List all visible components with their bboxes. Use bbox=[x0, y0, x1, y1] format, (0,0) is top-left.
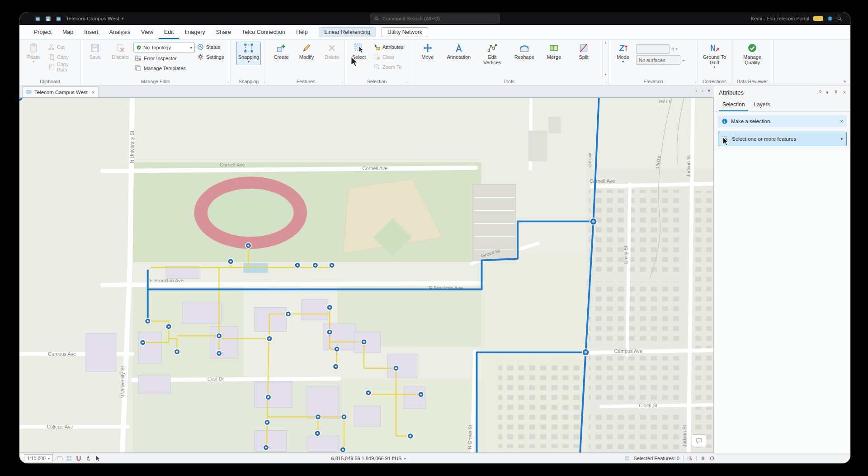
grid-toggle-icon[interactable] bbox=[66, 455, 72, 462]
device-marker[interactable] bbox=[295, 262, 301, 268]
select-button[interactable]: Select bbox=[347, 42, 371, 61]
north-arrow-icon[interactable] bbox=[85, 455, 91, 462]
pane-menu-caret-icon[interactable]: ▾ bbox=[826, 90, 829, 95]
clear-button[interactable]: Clear bbox=[372, 52, 405, 61]
refresh-map-icon[interactable] bbox=[709, 456, 715, 461]
junction-marker[interactable] bbox=[582, 349, 590, 356]
merge-button[interactable]: Merge bbox=[542, 42, 566, 61]
device-marker[interactable] bbox=[329, 262, 335, 268]
feature-table-icon[interactable] bbox=[687, 456, 693, 461]
device-marker[interactable] bbox=[418, 391, 424, 397]
menu-tab-project[interactable]: Project bbox=[28, 26, 57, 39]
select-features-dropdown[interactable]: Select one or more features ▾ bbox=[718, 132, 847, 146]
modify-button[interactable]: Modify bbox=[294, 42, 319, 61]
device-marker[interactable] bbox=[340, 447, 346, 452]
contextual-tab-utility-network[interactable]: Utility Network bbox=[382, 27, 428, 37]
menu-tab-telco-connection[interactable]: Telco Connection bbox=[236, 26, 291, 39]
attributes-tab-selection[interactable]: Selection bbox=[719, 99, 748, 111]
paste-button[interactable]: Paste ▾ bbox=[21, 42, 46, 65]
menu-tab-analysis[interactable]: Analysis bbox=[104, 26, 136, 39]
device-marker[interactable] bbox=[216, 333, 222, 339]
device-marker[interactable] bbox=[263, 445, 269, 451]
move-button[interactable]: Move bbox=[415, 42, 440, 61]
snapping-dialog-launcher[interactable]: ⌟ bbox=[264, 80, 265, 84]
menu-tab-imagery[interactable]: Imagery bbox=[179, 26, 210, 39]
ground-to-grid-button[interactable]: Ground To Grid ▾ bbox=[700, 42, 729, 71]
device-marker[interactable] bbox=[315, 430, 321, 436]
device-marker[interactable] bbox=[266, 336, 272, 342]
device-marker[interactable] bbox=[361, 339, 367, 345]
edit-vertices-button[interactable]: Edit Vertices bbox=[478, 42, 507, 67]
device-marker[interactable] bbox=[407, 433, 413, 439]
account-label[interactable]: Kemi - Esri Telecom Portal bbox=[751, 16, 809, 21]
elevation-add-surface-icon[interactable]: + bbox=[682, 57, 685, 63]
map-scale-combo[interactable]: 1:10,000 ▾ bbox=[24, 454, 53, 462]
info-close-icon[interactable]: × bbox=[840, 119, 843, 124]
tab-scroll-right-icon[interactable]: › bbox=[702, 88, 703, 94]
save-edits-button[interactable]: Save bbox=[83, 42, 107, 61]
attributes-button[interactable]: Attributes bbox=[372, 43, 405, 51]
topology-combo[interactable]: No Topology ▾ bbox=[133, 43, 195, 52]
elevation-value-input[interactable] bbox=[636, 44, 670, 54]
map-view[interactable]: Cornell Ave Cornell Ave Cornell Ave E Br… bbox=[19, 97, 714, 453]
map-comment-button[interactable] bbox=[692, 434, 706, 447]
tab-scroll-left-icon[interactable]: ‹ bbox=[695, 88, 697, 94]
menu-tab-insert[interactable]: Insert bbox=[79, 26, 104, 39]
error-inspector-button[interactable]: Error Inspector bbox=[133, 54, 195, 62]
delete-button[interactable]: Delete bbox=[320, 42, 344, 61]
menu-tab-view[interactable]: View bbox=[136, 26, 159, 39]
device-marker[interactable] bbox=[312, 262, 318, 268]
pause-drawing-icon[interactable] bbox=[700, 456, 706, 461]
device-marker[interactable] bbox=[315, 414, 321, 420]
device-marker[interactable] bbox=[216, 351, 222, 357]
manage-quality-button[interactable]: Manage Quality bbox=[738, 42, 767, 67]
collapse-ribbon-icon[interactable]: ▴ bbox=[844, 79, 846, 83]
contextual-tab-linear-referencing[interactable]: Linear Referencing bbox=[319, 27, 376, 37]
edit-settings-button[interactable]: Settings bbox=[196, 52, 228, 61]
help-icon[interactable] bbox=[837, 16, 842, 21]
copy-path-button[interactable]: Copy Path bbox=[47, 62, 79, 71]
pane-close-icon[interactable]: × bbox=[843, 90, 846, 95]
snapping-toggle-icon[interactable] bbox=[75, 455, 82, 462]
junction-marker[interactable] bbox=[590, 218, 597, 225]
pane-pin-icon[interactable] bbox=[833, 90, 839, 95]
tab-list-caret-icon[interactable]: ▾ bbox=[708, 88, 710, 94]
split-button[interactable]: Split bbox=[571, 42, 596, 61]
elevation-mode-button[interactable]: Mode ▾ bbox=[611, 42, 635, 65]
manage-templates-button[interactable]: Manage Templates bbox=[133, 64, 195, 72]
device-marker[interactable] bbox=[145, 318, 151, 324]
tools-scroll-up-icon[interactable]: ▴ bbox=[605, 41, 607, 44]
device-marker[interactable] bbox=[327, 305, 333, 310]
command-search-input[interactable] bbox=[382, 15, 496, 22]
coordinate-readout[interactable]: 6,815,849.56 1,849,066.91 ftUS ▾ bbox=[296, 456, 441, 461]
device-marker[interactable] bbox=[264, 419, 270, 425]
device-marker[interactable] bbox=[285, 311, 291, 317]
elevation-surface-input[interactable] bbox=[636, 55, 680, 65]
device-marker[interactable] bbox=[265, 395, 271, 400]
tools-dialog-launcher[interactable]: ⌟ bbox=[605, 80, 607, 84]
copy-button[interactable]: Copy bbox=[47, 52, 79, 61]
device-marker[interactable] bbox=[393, 365, 399, 371]
device-marker[interactable] bbox=[228, 258, 234, 264]
reshape-button[interactable]: Reshape bbox=[512, 42, 537, 61]
map-view-tab[interactable]: Telecom Campus West × bbox=[22, 86, 99, 97]
cut-button[interactable]: Cut bbox=[47, 43, 79, 51]
zoom-to-button[interactable]: Zoom To bbox=[372, 62, 405, 71]
notifications-icon[interactable] bbox=[827, 16, 833, 21]
device-marker[interactable] bbox=[174, 349, 180, 355]
device-marker[interactable] bbox=[327, 329, 333, 335]
pane-help-icon[interactable]: ? bbox=[819, 90, 821, 95]
device-marker[interactable] bbox=[341, 414, 347, 420]
map-tab-close-icon[interactable]: × bbox=[92, 90, 94, 95]
annotation-button[interactable]: Annotation bbox=[445, 42, 473, 61]
discard-edits-button[interactable]: Discard bbox=[108, 42, 132, 61]
create-button[interactable]: Create bbox=[269, 42, 293, 61]
elevation-dialog-launcher[interactable]: ⌟ bbox=[694, 80, 696, 84]
features-dialog-launcher[interactable]: ⌟ bbox=[341, 80, 343, 84]
menu-tab-help[interactable]: Help bbox=[291, 26, 313, 39]
device-marker[interactable] bbox=[140, 340, 146, 346]
device-marker[interactable] bbox=[334, 346, 340, 352]
manage-edits-dialog-launcher[interactable]: ⌟ bbox=[227, 80, 229, 84]
project-title[interactable]: Telecom Campus West ▾ bbox=[66, 16, 124, 21]
tools-scrollbar[interactable]: ▴ ▾ bbox=[602, 40, 609, 77]
